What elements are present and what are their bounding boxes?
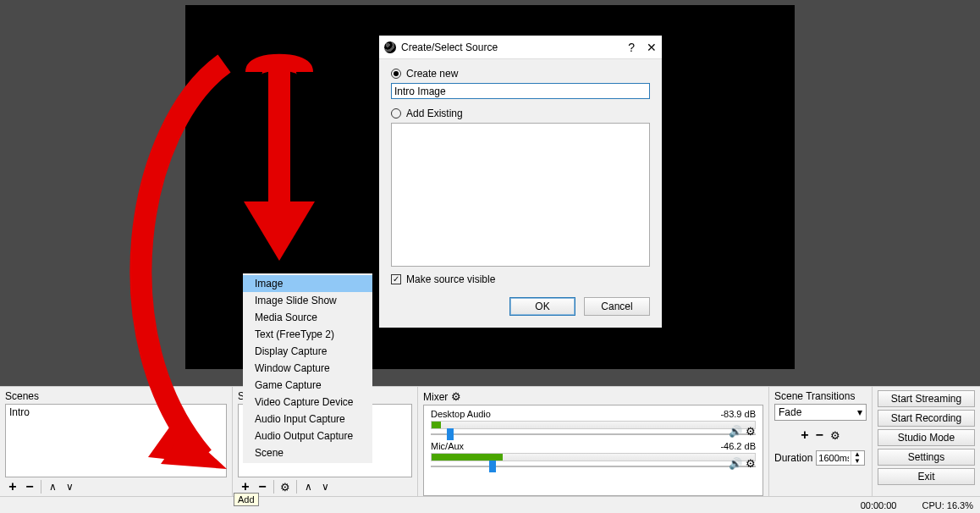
gear-icon[interactable] bbox=[746, 425, 756, 438]
ok-button[interactable]: OK bbox=[509, 297, 575, 316]
gear-icon[interactable] bbox=[746, 457, 756, 470]
speaker-icon[interactable] bbox=[729, 457, 742, 470]
move-up-icon[interactable] bbox=[300, 479, 316, 494]
scenes-list[interactable]: Intro bbox=[5, 404, 227, 477]
menu-item[interactable]: Window Capture bbox=[243, 360, 372, 377]
slider-thumb[interactable] bbox=[447, 428, 454, 440]
audio-meter bbox=[431, 421, 756, 429]
add-source-menu[interactable]: ImageImage Slide ShowMedia SourceText (F… bbox=[243, 273, 372, 463]
add-existing-label: Add Existing bbox=[406, 108, 463, 119]
move-up-icon[interactable] bbox=[45, 479, 60, 494]
settings-button[interactable]: Settings bbox=[878, 449, 975, 466]
checkbox-icon bbox=[391, 274, 401, 284]
move-down-icon[interactable] bbox=[317, 479, 333, 494]
gear-icon[interactable] bbox=[278, 479, 293, 494]
separator bbox=[296, 480, 297, 494]
separator bbox=[273, 480, 274, 494]
radio-icon bbox=[391, 69, 401, 79]
transitions-toolbar bbox=[774, 426, 867, 444]
menu-item[interactable]: Media Source bbox=[243, 309, 372, 326]
channel-db: -46.2 dB bbox=[720, 441, 756, 451]
exit-button[interactable]: Exit bbox=[878, 468, 975, 485]
dialog-body: Create new Add Existing Make source visi… bbox=[379, 59, 662, 290]
radio-icon bbox=[391, 108, 401, 119]
menu-item[interactable]: Audio Input Capture bbox=[243, 411, 372, 428]
plus-icon[interactable] bbox=[5, 479, 20, 494]
add-existing-radio[interactable]: Add Existing bbox=[391, 108, 650, 119]
menu-item[interactable]: Display Capture bbox=[243, 343, 372, 360]
duration-spinner[interactable]: ▲▼ bbox=[816, 450, 865, 466]
cancel-button[interactable]: Cancel bbox=[584, 297, 650, 316]
audio-meter bbox=[431, 453, 756, 461]
panels-row: Scenes Intro Sources bbox=[0, 386, 980, 496]
sources-toolbar bbox=[238, 477, 412, 496]
obs-logo-icon bbox=[384, 41, 396, 53]
transition-selected: Fade bbox=[779, 406, 801, 418]
separator bbox=[41, 480, 41, 494]
app-root: Scenes Intro Sources bbox=[0, 0, 980, 513]
mixer-panel: Mixer Desktop Audio -83.9 dB bbox=[418, 387, 769, 496]
transitions-panel: Scene Transitions Fade ▾ Duration ▲▼ bbox=[769, 387, 873, 496]
help-icon[interactable]: ? bbox=[628, 41, 635, 54]
scenes-label: Scenes bbox=[5, 390, 227, 402]
channel-name: Mic/Aux bbox=[431, 441, 464, 451]
volume-slider[interactable] bbox=[431, 433, 756, 436]
existing-sources-list[interactable] bbox=[391, 123, 650, 267]
start-recording-button[interactable]: Start Recording bbox=[878, 410, 975, 427]
scenes-toolbar bbox=[5, 477, 227, 496]
menu-item[interactable]: Game Capture bbox=[243, 377, 372, 394]
duration-input[interactable] bbox=[817, 453, 851, 463]
gear-icon[interactable] bbox=[830, 428, 840, 442]
make-visible-label: Make source visible bbox=[406, 273, 495, 285]
minus-icon[interactable] bbox=[22, 479, 37, 494]
studio-mode-button[interactable]: Studio Mode bbox=[878, 429, 975, 446]
scenes-panel: Scenes Intro bbox=[0, 387, 233, 496]
minus-icon[interactable] bbox=[816, 426, 823, 444]
menu-item[interactable]: Scene bbox=[243, 444, 372, 461]
speaker-icon[interactable] bbox=[729, 425, 742, 438]
control-buttons-panel: Start Streaming Start Recording Studio M… bbox=[873, 387, 980, 496]
create-new-label: Create new bbox=[406, 68, 458, 80]
source-name-input[interactable] bbox=[391, 83, 650, 99]
mixer-channel: Desktop Audio -83.9 dB bbox=[431, 409, 756, 436]
create-source-dialog: Create/Select Source ? ✕ Create new Add … bbox=[379, 36, 662, 328]
status-cpu: CPU: 16.3% bbox=[922, 500, 973, 510]
status-time: 00:00:00 bbox=[861, 500, 897, 510]
channel-name: Desktop Audio bbox=[431, 409, 491, 419]
dialog-buttons: OK Cancel bbox=[379, 290, 662, 328]
duration-label: Duration bbox=[774, 452, 812, 464]
mixer-label: Mixer bbox=[423, 390, 763, 403]
mixer-label-text: Mixer bbox=[423, 391, 448, 403]
spin-down-icon[interactable]: ▼ bbox=[851, 458, 862, 465]
close-icon[interactable]: ✕ bbox=[647, 41, 657, 54]
chevron-down-icon: ▾ bbox=[857, 406, 862, 418]
mixer-channel: Mic/Aux -46.2 dB bbox=[431, 441, 756, 468]
add-tooltip: Add bbox=[234, 493, 259, 506]
status-bar: 00:00:00 CPU: 16.3% bbox=[0, 496, 980, 513]
plus-icon[interactable] bbox=[801, 426, 808, 444]
volume-slider[interactable] bbox=[431, 465, 756, 468]
channel-db: -83.9 dB bbox=[720, 409, 756, 419]
make-visible-checkbox[interactable]: Make source visible bbox=[391, 273, 650, 285]
menu-item[interactable]: Image bbox=[243, 275, 372, 292]
duration-row: Duration ▲▼ bbox=[774, 450, 867, 466]
menu-item[interactable]: Text (FreeType 2) bbox=[243, 326, 372, 343]
create-new-radio[interactable]: Create new bbox=[391, 68, 650, 80]
gear-icon[interactable] bbox=[451, 390, 461, 403]
dialog-title: Create/Select Source bbox=[401, 41, 498, 53]
menu-item[interactable]: Video Capture Device bbox=[243, 394, 372, 411]
mixer-list: Desktop Audio -83.9 dB Mic/Au bbox=[423, 405, 763, 496]
menu-item[interactable]: Audio Output Capture bbox=[243, 428, 372, 444]
dialog-titlebar[interactable]: Create/Select Source ? ✕ bbox=[379, 36, 662, 59]
transition-select[interactable]: Fade ▾ bbox=[774, 404, 867, 421]
move-down-icon[interactable] bbox=[62, 479, 77, 494]
start-streaming-button[interactable]: Start Streaming bbox=[878, 390, 975, 407]
menu-item[interactable]: Image Slide Show bbox=[243, 292, 372, 309]
transitions-label: Scene Transitions bbox=[774, 390, 867, 402]
scene-item[interactable]: Intro bbox=[6, 405, 226, 420]
slider-thumb[interactable] bbox=[489, 461, 496, 472]
